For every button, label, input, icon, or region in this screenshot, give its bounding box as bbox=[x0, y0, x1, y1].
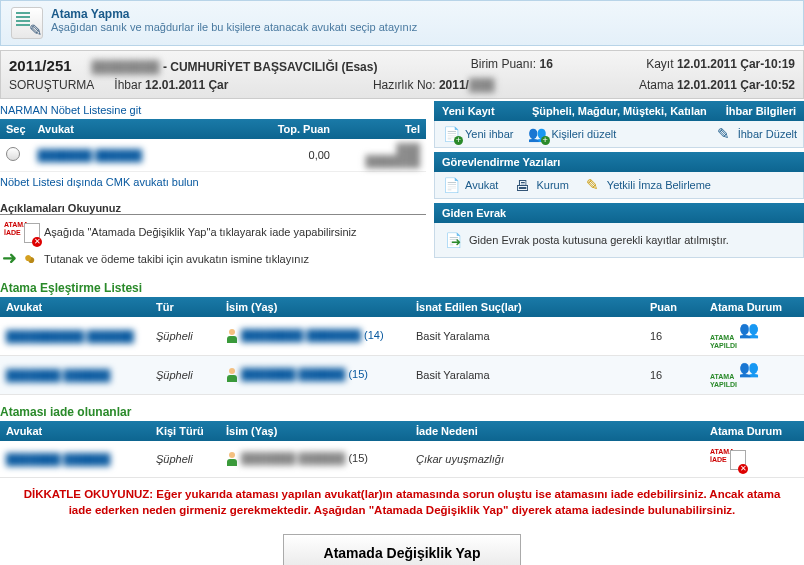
row-puan: 16 bbox=[644, 356, 704, 395]
giden-evrak-text: Giden Evrak posta kutusuna gerekli kayıt… bbox=[469, 234, 729, 246]
row-tur: Şüpheli bbox=[150, 317, 220, 356]
people-edit-icon bbox=[528, 125, 548, 143]
th-avukat: Avukat bbox=[0, 421, 150, 441]
yetkili-imza-action[interactable]: Yetkili İmza Belirleme bbox=[583, 176, 711, 194]
row-yas[interactable]: (14) bbox=[364, 329, 384, 341]
cmk-avukat-bulun-link[interactable]: Nöbet Listesi dışında CMK avukatı bulun bbox=[0, 176, 199, 188]
panel-header-giden-evrak: Giden Evrak bbox=[434, 203, 804, 223]
note-1-text: Aşağıda "Atamada Değişiklik Yap"a tıklay… bbox=[44, 226, 357, 238]
atama-iade-icon: ✕ bbox=[4, 219, 40, 245]
case-info-bar: 2011/251 ████████ - CUMHURİYET BAŞSAVCIL… bbox=[0, 50, 804, 99]
atama-yapildi-badge bbox=[710, 334, 739, 350]
gorevlendirme-header: Görevlendirme Yazıları bbox=[442, 156, 560, 168]
atama-label: Atama bbox=[639, 78, 674, 92]
row-tur: Şüpheli bbox=[150, 356, 220, 395]
nobet-listesi-link[interactable]: NARMAN Nöbet Listesine git bbox=[0, 104, 141, 116]
atama-iade-badge: ✕ bbox=[710, 446, 746, 472]
row-avukat-link[interactable]: ██████████ ██████ bbox=[6, 330, 134, 342]
doc-icon bbox=[441, 176, 461, 194]
atamada-degisiklik-yap-button[interactable]: Atamada Değişiklik Yap bbox=[283, 534, 522, 565]
th-sec: Seç bbox=[0, 119, 32, 139]
people-check-icon bbox=[739, 322, 761, 340]
kisileri-duzelt-action[interactable]: Kişileri düzelt bbox=[528, 125, 617, 143]
coins-icon bbox=[22, 249, 42, 269]
yeni-kayit-header: Yeni Kayıt bbox=[442, 105, 532, 117]
court-name-blur: ████████ bbox=[92, 60, 160, 74]
case-number: 2011/251 bbox=[9, 57, 72, 74]
select-radio[interactable] bbox=[6, 147, 20, 161]
avukat-puan: 0,00 bbox=[256, 139, 336, 172]
giden-evrak-header: Giden Evrak bbox=[442, 207, 506, 219]
atama-value: 12.01.2011 Çar-10:52 bbox=[677, 78, 795, 92]
new-doc-icon bbox=[441, 125, 461, 143]
yeni-ihbar-action[interactable]: Yeni ihbar bbox=[441, 125, 514, 143]
sorusturma-label: SORUŞTURMA bbox=[9, 78, 94, 92]
page-title: Atama Yapma bbox=[51, 7, 417, 21]
giden-evrak-body: ➜ Giden Evrak posta kutusuna gerekli kay… bbox=[434, 223, 804, 258]
th-puan: Top. Puan bbox=[256, 119, 336, 139]
atama-yapildi-badge bbox=[710, 373, 739, 389]
row-neden: Çıkar uyuşmazlığı bbox=[410, 441, 704, 478]
hazirlik-label: Hazırlık No: bbox=[373, 78, 436, 92]
person-icon bbox=[226, 368, 238, 382]
avukat-name-link[interactable]: ███████ ██████ bbox=[38, 149, 142, 161]
supheli-header: Şüpheli, Mağdur, Müşteki, Katılan bbox=[532, 105, 726, 117]
th-puan: Puan bbox=[644, 297, 704, 317]
birim-puan-label: Birim Puanı: bbox=[471, 57, 536, 71]
row-suc: Basit Yaralama bbox=[410, 356, 644, 395]
th-neden: İade Nedeni bbox=[410, 421, 704, 441]
row-yas: (15) bbox=[348, 452, 368, 464]
ihbar-duzelt-action[interactable]: İhbar Düzelt bbox=[714, 125, 797, 143]
eslestirme-row: ███████ ██████Şüpheli███████ ██████ (15)… bbox=[0, 356, 804, 395]
ihbar-bilgileri-header: İhbar Bilgileri bbox=[726, 105, 796, 117]
panel-header-gorevlendirme: Görevlendirme Yazıları bbox=[434, 152, 804, 172]
gorev-avukat-action[interactable]: Avukat bbox=[441, 176, 498, 194]
row-tur: Şüpheli bbox=[150, 441, 220, 478]
kayit-value: 12.01.2011 Çar-10:19 bbox=[677, 57, 795, 71]
th-isim: İsim (Yaş) bbox=[220, 297, 410, 317]
eslestirme-title: Atama Eşleştirme Listesi bbox=[0, 281, 804, 295]
th-durum: Atama Durum bbox=[704, 297, 804, 317]
row-avukat-link[interactable]: ███████ ██████ bbox=[6, 453, 110, 465]
eslestirme-table: Avukat Tür İsim (Yaş) İsnat Edilen Suç(l… bbox=[0, 297, 804, 395]
panel-header-yeni-kayit: Yeni Kayıt Şüpheli, Mağdur, Müşteki, Kat… bbox=[434, 101, 804, 121]
iade-table: Avukat Kişi Türü İsim (Yaş) İade Nedeni … bbox=[0, 421, 804, 478]
people-check-icon bbox=[739, 361, 761, 379]
page-subtitle: Aşağıdan sanık ve mağdurlar ile bu kişil… bbox=[51, 21, 417, 33]
row-puan: 16 bbox=[644, 317, 704, 356]
th-tel: Tel bbox=[336, 119, 426, 139]
th-durum: Atama Durum bbox=[704, 421, 804, 441]
iade-row: ███████ ██████Şüpheli███████ ██████ (15)… bbox=[0, 441, 804, 478]
ihbar-value: 12.01.2011 Çar bbox=[145, 78, 228, 92]
th-tur: Tür bbox=[150, 297, 220, 317]
note-2-text: Tutanak ve ödeme takibi için avukatın is… bbox=[44, 253, 309, 265]
th-isim: İsim (Yaş) bbox=[220, 421, 410, 441]
hazirlik-blur: ███ bbox=[469, 78, 495, 92]
note-row-1: ✕ Aşağıda "Atamada Değişiklik Yap"a tıkl… bbox=[0, 217, 426, 247]
notes-title: Açıklamaları Okuyunuz bbox=[0, 202, 426, 214]
row-avukat-link[interactable]: ███████ ██████ bbox=[6, 369, 110, 381]
kayit-label: Kayıt bbox=[646, 57, 673, 71]
th-suc: İsnat Edilen Suç(lar) bbox=[410, 297, 644, 317]
avukat-table: Seç Avukat Top. Puan Tel ███████ ██████ … bbox=[0, 119, 426, 172]
row-isim-link[interactable]: ████████ ███████ bbox=[241, 329, 361, 341]
avukat-tel: ███ ███████ bbox=[365, 143, 420, 167]
hazirlik-value: 2011/ bbox=[439, 78, 469, 92]
ihbar-label: İhbar bbox=[114, 78, 141, 92]
birim-puan-value: 16 bbox=[539, 57, 552, 71]
pen-icon bbox=[583, 176, 603, 194]
row-isim-link[interactable]: ███████ ██████ bbox=[241, 368, 345, 380]
th-avukat: Avukat bbox=[0, 297, 150, 317]
printer-icon bbox=[512, 176, 532, 194]
eslestirme-row: ██████████ ██████Şüpheli████████ ███████… bbox=[0, 317, 804, 356]
person-icon bbox=[226, 452, 238, 466]
gorev-kurum-action[interactable]: Kurum bbox=[512, 176, 568, 194]
th-avukat: Avukat bbox=[32, 119, 256, 139]
form-icon bbox=[11, 7, 43, 39]
warning-text: DİKKATLE OKUYUNUZ: Eğer yukarıda ataması… bbox=[0, 478, 804, 526]
row-suc: Basit Yaralama bbox=[410, 317, 644, 356]
row-isim: ███████ ██████ bbox=[241, 452, 345, 464]
iade-title: Ataması iade olunanlar bbox=[0, 405, 804, 419]
th-tur: Kişi Türü bbox=[150, 421, 220, 441]
row-yas[interactable]: (15) bbox=[348, 368, 368, 380]
